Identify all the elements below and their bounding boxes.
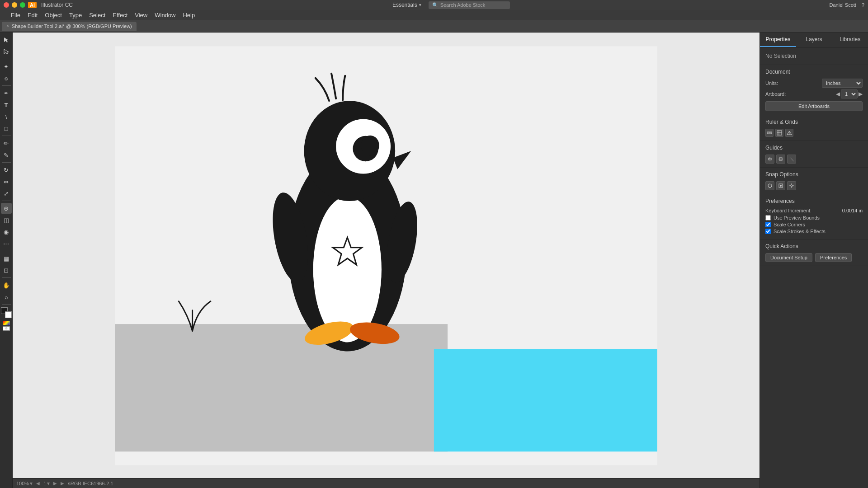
- svg-point-5: [313, 197, 382, 343]
- rotate-tool[interactable]: ↻: [1, 164, 12, 175]
- svg-rect-20: [777, 131, 782, 135]
- guide-icon-2[interactable]: [776, 155, 785, 164]
- svg-point-40: [791, 185, 793, 187]
- scale-corners-label[interactable]: Scale Corners: [774, 222, 805, 227]
- units-select[interactable]: Inches Pixels Centimeters Millimeters Po…: [822, 79, 863, 88]
- stroke-color[interactable]: [5, 311, 12, 318]
- color-mode-buttons: ⊘: [3, 321, 10, 331]
- fullscreen-button[interactable]: [20, 2, 25, 8]
- workspace-dropdown[interactable]: Essentials ▾: [392, 2, 421, 8]
- snap-icon-1[interactable]: [765, 181, 774, 190]
- close-button[interactable]: [4, 2, 9, 8]
- preferences-button[interactable]: Preferences: [815, 253, 852, 262]
- rect-tool[interactable]: □: [1, 123, 12, 134]
- menu-item-object[interactable]: Object: [41, 11, 66, 19]
- selection-tool[interactable]: [1, 34, 12, 45]
- shape-builder-tool[interactable]: ⊕: [1, 203, 12, 214]
- next-artboard-nav-btn[interactable]: ▶: [859, 91, 863, 97]
- snap-icon-3[interactable]: [787, 181, 796, 190]
- artboard-tool[interactable]: ⊡: [1, 265, 12, 276]
- blend-tool[interactable]: ⋯: [1, 238, 12, 249]
- eyedropper-tool[interactable]: ◉: [1, 226, 12, 237]
- scale-corners-checkbox[interactable]: [765, 222, 771, 227]
- type-tool[interactable]: T: [1, 99, 12, 110]
- scale-strokes-effects-checkbox[interactable]: [765, 229, 771, 234]
- svg-point-35: [780, 185, 782, 187]
- menu-item-edit[interactable]: Edit: [24, 11, 41, 19]
- preferences-title: Preferences: [765, 198, 863, 204]
- column-graph-tool[interactable]: ▦: [1, 253, 12, 264]
- color-mode-btn[interactable]: [3, 321, 10, 325]
- document-setup-button[interactable]: Document Setup: [765, 253, 812, 262]
- ruler-icon[interactable]: [765, 129, 774, 137]
- zoom-tool[interactable]: ⌕: [1, 291, 12, 302]
- document-tab[interactable]: × Shape Builder Tool 2.ai* @ 300% (RGB/G…: [2, 22, 137, 31]
- prev-artboard-nav-btn[interactable]: ◀: [836, 91, 840, 97]
- tab-properties[interactable]: Properties: [760, 33, 796, 47]
- keyboard-increment-value: 0.0014 in: [842, 208, 863, 213]
- grid-icon[interactable]: [775, 129, 783, 137]
- color-profile: sRGB IEC61966-2.1: [68, 481, 113, 486]
- artboard-label: 1: [43, 481, 46, 486]
- use-preview-bounds-checkbox[interactable]: [765, 215, 771, 221]
- artboard-dropdown-icon[interactable]: ▾: [47, 480, 50, 487]
- minimize-button[interactable]: [12, 2, 17, 8]
- menu-item-effect[interactable]: Effect: [109, 11, 131, 19]
- pencil-tool[interactable]: ✎: [1, 150, 12, 160]
- play-btn[interactable]: ▶: [61, 481, 64, 486]
- perspective-grid-icon[interactable]: [785, 129, 793, 137]
- menu-item-file[interactable]: File: [7, 11, 24, 19]
- artboard-row: Artboard: ◀ 1 ▶: [765, 89, 863, 99]
- line-tool[interactable]: \: [1, 111, 12, 122]
- menu-item-view[interactable]: View: [131, 11, 151, 19]
- menu-item-select[interactable]: Select: [85, 11, 109, 19]
- prev-artboard-btn[interactable]: ◀: [36, 481, 40, 486]
- pen-tool[interactable]: ✒: [1, 88, 12, 99]
- menu-bar: File Edit Object Type Select Effect View…: [0, 10, 868, 20]
- guides-title: Guides: [765, 145, 863, 151]
- tab-layers[interactable]: Layers: [796, 33, 832, 47]
- tab-close-icon[interactable]: ×: [6, 23, 9, 28]
- keyboard-increment-row: Keyboard Increment: 0.0014 in: [765, 208, 863, 213]
- toolbar-divider-8: [2, 304, 11, 305]
- use-preview-bounds-label[interactable]: Use Preview Bounds: [774, 215, 820, 221]
- menu-item-window[interactable]: Window: [151, 11, 179, 19]
- scale-tool[interactable]: ⤢: [1, 188, 12, 199]
- edit-artboards-button[interactable]: Edit Artboards: [765, 101, 863, 111]
- toolbar-divider-5: [2, 201, 11, 201]
- color-controls[interactable]: [1, 307, 12, 318]
- titlebar-center: Essentials ▾ 🔍 Search Adobe Stock: [75, 1, 827, 9]
- mirror-tool[interactable]: ⇔: [1, 176, 12, 187]
- help-icon[interactable]: ?: [862, 2, 864, 8]
- magic-wand-tool[interactable]: ✦: [1, 61, 12, 72]
- menu-item-help[interactable]: Help: [179, 11, 198, 19]
- svg-point-31: [768, 184, 772, 188]
- document-section: Document Units: Inches Pixels Centimeter…: [760, 65, 868, 115]
- guide-icon-3[interactable]: [787, 155, 796, 164]
- guide-icon-1[interactable]: [765, 155, 774, 164]
- zoom-dropdown-icon[interactable]: ▾: [30, 480, 33, 487]
- hand-tool[interactable]: ✋: [1, 280, 12, 291]
- menu-item-type[interactable]: Type: [66, 11, 85, 19]
- paintbrush-tool[interactable]: ✏: [1, 138, 12, 149]
- lasso-tool[interactable]: ⌾: [1, 73, 12, 84]
- artboard-select[interactable]: 1: [841, 89, 858, 99]
- direct-selection-tool[interactable]: [1, 46, 12, 57]
- scale-strokes-effects-row: Scale Strokes & Effects: [765, 229, 863, 234]
- search-stock-bar[interactable]: 🔍 Search Adobe Stock: [429, 1, 510, 9]
- toolbar-divider-2: [2, 85, 11, 86]
- main-content: ✦ ⌾ ✒ T \ □ ✏ ✎ ↻ ⇔ ⤢ ⊕ ◫ ◉ ⋯ ▦ ⊡ ✋ ⌕ ⊘: [0, 33, 868, 488]
- units-row: Units: Inches Pixels Centimeters Millime…: [765, 79, 863, 88]
- toolbar-divider-1: [2, 59, 11, 59]
- panel-tabs: Properties Layers Libraries: [760, 33, 868, 47]
- svg-rect-2: [115, 324, 448, 451]
- none-btn[interactable]: ⊘: [3, 326, 10, 331]
- scale-strokes-effects-label[interactable]: Scale Strokes & Effects: [774, 229, 826, 234]
- gradient-tool[interactable]: ◫: [1, 215, 12, 225]
- tab-libraries[interactable]: Libraries: [832, 33, 868, 47]
- ai-logo: Ai: [28, 2, 37, 8]
- snap-icon-2[interactable]: [776, 181, 785, 190]
- next-artboard-btn[interactable]: ▶: [53, 481, 57, 486]
- canvas-svg: [13, 33, 760, 488]
- canvas-area[interactable]: 100% ▾ ◀ 1 ▾ ▶ ▶ sRGB IEC61966-2.1: [13, 33, 760, 488]
